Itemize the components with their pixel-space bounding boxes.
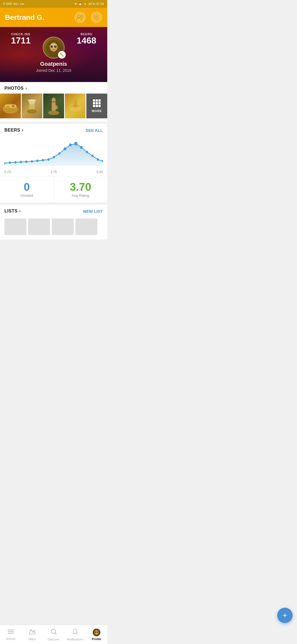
svg-point-30 [42,159,44,162]
photo-more[interactable]: MORE [86,94,107,118]
lists-header: LISTS › NEW LIST [0,205,107,216]
lists-section: LISTS › NEW LIST [0,205,107,239]
friends-button[interactable] [74,12,86,23]
svg-point-12 [6,105,10,108]
photo-3[interactable] [43,94,64,118]
beers-value: 1468 [77,36,96,45]
beer-chart[interactable] [0,135,107,169]
unrated-label: Unrated [0,193,54,198]
svg-point-38 [86,151,88,153]
chart-label-mid: 2.75 [50,170,57,174]
app-header: Bertrand G. [0,8,107,27]
beers-title[interactable]: BEERS › [4,128,23,133]
chart-svg [4,138,103,166]
chart-label-min: 0.25 [4,170,11,174]
list-thumb-3[interactable] [52,219,74,235]
photos-header: PHOTOS › [0,82,107,94]
svg-point-8 [52,46,53,47]
beers-section: BEERS › SEE ALL [0,124,107,203]
svg-point-20 [53,105,58,110]
svg-point-27 [25,160,28,163]
network-type: 4G+ [13,2,19,6]
list-thumb-1[interactable] [4,219,26,235]
alarm-icon: ⏰ [78,2,82,6]
lists-placeholder [0,216,107,239]
profile-username: Goatpenis [40,61,67,67]
list-thumb-4[interactable] [75,219,97,235]
svg-point-40 [97,158,99,161]
header-icons [74,12,102,23]
svg-point-24 [9,161,11,164]
lists-chevron-icon: › [19,209,21,214]
svg-point-36 [74,142,78,145]
header-title: Bertrand G. [5,13,44,22]
svg-rect-22 [73,99,77,108]
svg-point-17 [29,99,35,105]
time-text: 07:54 [96,2,104,6]
svg-point-37 [80,146,83,149]
avatar-container[interactable]: ✏️ [43,37,65,59]
beers-stat: BEERS 1468 [77,32,96,45]
svg-point-28 [31,160,33,163]
svg-point-39 [91,155,94,157]
svg-point-1 [81,15,83,17]
see-all-beers-button[interactable]: SEE ALL [86,128,103,133]
status-right: 👁 ⏰ ⚡ 43 % 07:54 [74,2,104,6]
checkins-stat: CHECK-INS 1711 [11,32,31,45]
avg-rating-label: Avg Rating [54,193,108,198]
checkins-value: 1711 [11,36,31,45]
grid-icon [93,99,101,107]
photos-title[interactable]: PHOTOS › [4,86,27,91]
svg-point-32 [53,156,55,158]
photos-section: PHOTOS › [0,82,107,122]
svg-point-33 [58,152,61,155]
svg-point-34 [64,147,66,150]
unrated-stat: 0 Unrated [0,176,54,203]
chart-label-max: 5.00 [97,170,103,174]
settings-button[interactable] [91,12,102,23]
photos-row: MORE [0,94,107,122]
profile-joined-date: Joined Dec 11, 2016 [36,68,71,73]
beers-header: BEERS › SEE ALL [0,124,107,135]
photo-2[interactable] [22,94,43,118]
status-left: F SFR 4G+ ▪▪▪▪ [3,2,24,6]
lists-title[interactable]: LISTS › [4,209,21,214]
list-thumb-2[interactable] [28,219,50,235]
profile-banner: CHECK-INS 1711 BEERS 1468 ✏️ Goatpenis J… [0,27,107,82]
photos-chevron-icon: › [25,86,27,91]
edit-avatar-button[interactable]: ✏️ [58,51,66,59]
svg-point-19 [48,111,59,115]
photo-4[interactable] [65,94,86,118]
svg-point-0 [78,15,80,18]
beers-chevron-icon: › [22,128,24,133]
svg-point-26 [20,161,22,163]
svg-point-35 [69,143,72,146]
bluetooth-icon: ⚡ [83,2,87,6]
eye-icon: 👁 [74,2,77,6]
photo-1[interactable] [0,94,21,118]
carrier-text: F SFR [3,2,12,6]
chart-labels: 0.25 2.75 5.00 [0,169,107,174]
unrated-value: 0 [0,181,54,192]
avg-rating-value: 3.70 [54,181,108,192]
avg-rating-stat: 3.70 Avg Rating [54,176,108,203]
svg-point-2 [95,16,98,18]
status-bar: F SFR 4G+ ▪▪▪▪ 👁 ⏰ ⚡ 43 % 07:54 [0,0,107,8]
battery-text: 43 % [88,2,95,6]
svg-point-13 [12,105,15,107]
new-list-button[interactable]: NEW LIST [83,209,103,214]
svg-point-9 [55,46,56,47]
more-label: MORE [92,109,102,113]
svg-point-31 [47,158,50,161]
beer-stats-row: 0 Unrated 3.70 Avg Rating [0,176,107,203]
svg-point-15 [27,109,37,114]
svg-point-25 [14,161,16,163]
signal-icon: ▪▪▪▪ [20,2,24,6]
svg-point-29 [36,160,38,162]
